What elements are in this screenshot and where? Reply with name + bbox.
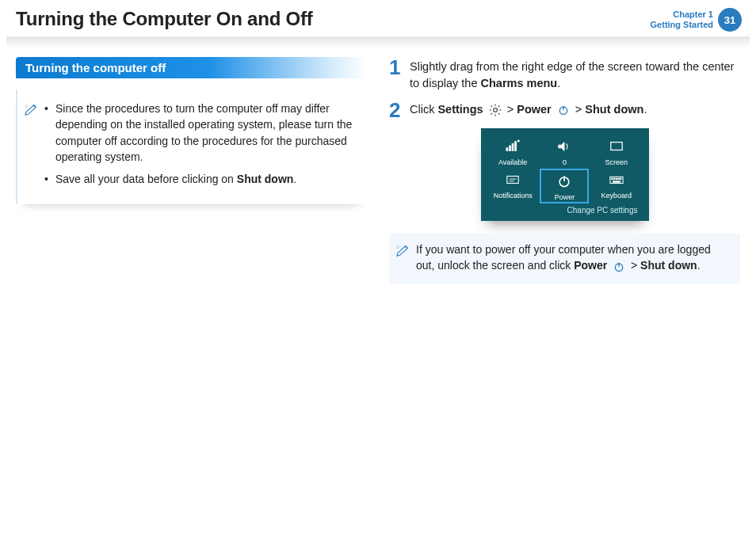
svg-rect-14 [515,142,517,151]
charms-volume-label: 0 [540,158,588,166]
page-number-badge: 31 [718,8,742,32]
svg-rect-27 [620,178,620,179]
svg-line-8 [491,113,492,115]
svg-point-0 [493,108,497,112]
tip-d: Shut down [640,259,697,272]
chapter-line2: Getting Started [651,20,713,30]
svg-rect-24 [613,178,614,179]
step-2e: > [575,103,586,116]
step-2: 2 Click Settings > Power > Shut down. [389,100,740,120]
header-divider [6,36,750,52]
step-2d: Power [517,103,552,116]
tip-power-icon [610,260,628,274]
charms-notifications[interactable]: Notifications [489,169,536,203]
wifi-bars-icon: * [489,136,536,157]
tip-b: Power [574,259,607,272]
step-2g: . [643,103,647,116]
notifications-icon [489,169,536,190]
tip-box: If you want to power off your computer w… [389,234,740,283]
step-1-body: Slightly drag from the right edge of the… [410,57,740,92]
step-1c: . [557,77,560,89]
step-1a: Slightly drag from the right edge of the… [410,60,734,89]
left-column: Turning the computer off Since the proce… [16,57,367,283]
keyboard-icon [593,169,640,190]
note-box: Since the procedures to turn the compute… [16,89,367,204]
note-item-2c: . [293,173,296,185]
chapter-line1: Chapter 1 [651,10,713,20]
step-2-body: Click Settings > Power > Shut down. [410,100,647,120]
svg-rect-12 [510,146,511,150]
tip-note-icon [395,241,416,274]
charms-available-label: Available [489,158,536,166]
svg-rect-17 [507,177,518,184]
svg-rect-26 [618,178,619,179]
page-header: Turning the Computer On and Off Chapter … [0,0,756,36]
speaker-icon [540,136,588,157]
svg-rect-11 [506,148,508,151]
note-item-1-text: Since the procedures to turn the compute… [55,102,352,163]
charms-keyboard[interactable]: Keyboard [593,169,640,203]
step-1: 1 Slightly drag from the right edge of t… [389,57,740,92]
charms-volume[interactable]: 0 [540,136,588,166]
charms-row-2: Notifications Power Keyboard [487,169,643,203]
charms-available[interactable]: * Available [489,136,536,166]
svg-text:*: * [517,139,519,144]
charms-notifications-label: Notifications [489,192,536,200]
step-1b: Charms menu [480,77,557,89]
step-2c: > [507,103,517,116]
charms-power[interactable]: Power [540,169,588,203]
step-2a: Click [410,103,437,116]
svg-rect-13 [512,143,514,150]
chapter-block: Chapter 1 Getting Started 31 [651,8,742,32]
svg-line-5 [491,106,492,108]
charms-screen-label: Screen [593,158,640,166]
svg-line-7 [498,106,500,108]
tip-body: If you want to power off your computer w… [416,241,731,274]
tip-c: > [631,259,640,272]
note-item-1: Since the procedures to turn the compute… [44,101,356,165]
charms-power-icon [540,171,588,192]
screen-icon [593,136,640,157]
charms-row-1: * Available 0 Screen [487,136,643,166]
svg-line-6 [498,113,500,115]
charms-panel: * Available 0 Screen [481,128,649,221]
right-column: 1 Slightly drag from the right edge of t… [389,57,740,283]
svg-rect-16 [611,143,622,150]
charms-screen[interactable]: Screen [593,136,640,166]
svg-rect-23 [612,178,613,179]
note-item-2: Save all your data before clicking on Sh… [44,171,356,187]
content-columns: Turning the computer off Since the proce… [0,57,756,283]
step-2-number: 2 [389,100,410,120]
change-pc-settings[interactable]: Change PC settings [487,206,643,216]
page-title: Turning the Computer On and Off [16,8,313,30]
step-1-number: 1 [389,57,410,92]
note-item-2b: Shut down [237,173,294,185]
settings-gear-icon [487,103,504,117]
note-icon [24,101,44,193]
note-list: Since the procedures to turn the compute… [44,101,356,193]
svg-rect-25 [616,178,617,179]
power-icon [555,103,572,117]
chapter-text: Chapter 1 Getting Started [651,10,713,30]
note-item-2a: Save all your data before clicking on [55,173,237,185]
tip-e: . [697,259,701,272]
step-2f: Shut down [585,103,643,116]
charms-keyboard-label: Keyboard [593,192,640,200]
charms-power-label: Power [540,193,588,201]
section-tab: Turning the computer off [16,57,367,78]
svg-rect-28 [613,181,620,182]
step-2b: Settings [437,103,483,116]
